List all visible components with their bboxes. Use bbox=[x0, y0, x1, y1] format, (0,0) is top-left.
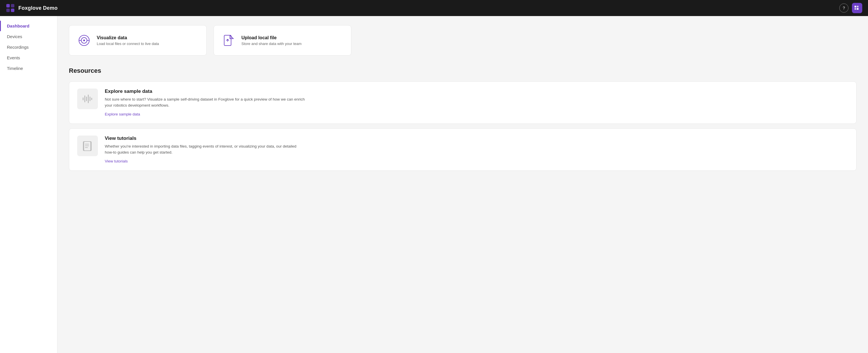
sidebar-item-timeline[interactable]: Timeline bbox=[0, 63, 57, 74]
tutorials-card: View tutorials Whether you're interested… bbox=[69, 128, 857, 171]
sample-data-desc: Not sure where to start? Visualize a sam… bbox=[105, 97, 306, 109]
sample-data-link[interactable]: Explore sample data bbox=[105, 112, 140, 116]
sidebar-item-label: Events bbox=[7, 55, 20, 60]
app-title: Foxglove Demo bbox=[19, 5, 58, 11]
svg-rect-20 bbox=[91, 98, 92, 100]
tutorials-link[interactable]: View tutorials bbox=[105, 159, 128, 163]
svg-rect-19 bbox=[90, 97, 90, 101]
app-header: Foxglove Demo ? bbox=[0, 0, 868, 16]
svg-rect-7 bbox=[857, 8, 859, 10]
tutorials-desc: Whether you're interested in importing d… bbox=[105, 144, 306, 155]
book-icon bbox=[77, 136, 98, 156]
sample-data-text: Explore sample data Not sure where to st… bbox=[105, 89, 306, 117]
header-left: Foxglove Demo bbox=[6, 3, 58, 12]
sidebar-item-events[interactable]: Events bbox=[0, 52, 57, 63]
upload-card-text: Upload local file Store and share data w… bbox=[241, 35, 302, 46]
sidebar-item-label: Dashboard bbox=[7, 24, 29, 28]
svg-rect-4 bbox=[855, 6, 856, 7]
sample-data-title: Explore sample data bbox=[105, 89, 306, 94]
visualize-card-title: Visualize data bbox=[97, 35, 159, 40]
visualize-card-desc: Load local files or connect to live data bbox=[97, 41, 159, 46]
avatar-button[interactable] bbox=[852, 3, 862, 13]
sidebar-item-devices[interactable]: Devices bbox=[0, 31, 57, 42]
svg-rect-1 bbox=[11, 4, 14, 7]
sidebar-item-label: Devices bbox=[7, 34, 22, 39]
svg-rect-17 bbox=[86, 97, 87, 101]
resources-title: Resources bbox=[69, 67, 857, 74]
sidebar-item-recordings[interactable]: Recordings bbox=[0, 42, 57, 52]
svg-rect-3 bbox=[11, 9, 14, 12]
svg-rect-18 bbox=[88, 95, 89, 103]
sidebar-item-label: Recordings bbox=[7, 45, 29, 49]
svg-point-10 bbox=[83, 40, 85, 41]
header-right: ? bbox=[839, 3, 862, 13]
tutorials-text: View tutorials Whether you're interested… bbox=[105, 136, 306, 164]
upload-file-card[interactable]: Upload local file Store and share data w… bbox=[214, 25, 351, 56]
sidebar-item-dashboard[interactable]: Dashboard bbox=[0, 21, 57, 31]
svg-rect-2 bbox=[6, 9, 10, 12]
svg-rect-0 bbox=[6, 4, 10, 7]
sample-data-card: Explore sample data Not sure where to st… bbox=[69, 81, 857, 124]
waveform-icon bbox=[77, 89, 98, 109]
help-button[interactable]: ? bbox=[839, 3, 848, 12]
upload-card-desc: Store and share data with your team bbox=[241, 41, 302, 46]
main-content: Visualize data Load local files or conne… bbox=[57, 16, 868, 353]
visualize-card-text: Visualize data Load local files or conne… bbox=[97, 35, 159, 46]
svg-rect-6 bbox=[855, 8, 856, 10]
action-cards-row: Visualize data Load local files or conne… bbox=[69, 25, 857, 56]
logo-icon bbox=[6, 3, 15, 12]
upload-icon bbox=[222, 34, 236, 47]
svg-rect-16 bbox=[84, 96, 85, 102]
sidebar: Dashboard Devices Recordings Events Time… bbox=[0, 16, 57, 353]
resource-cards-list: Explore sample data Not sure where to st… bbox=[69, 81, 857, 171]
sidebar-item-label: Timeline bbox=[7, 66, 23, 71]
svg-rect-15 bbox=[83, 97, 84, 100]
resources-section: Resources Ex bbox=[69, 67, 857, 171]
main-layout: Dashboard Devices Recordings Events Time… bbox=[0, 16, 868, 353]
visualize-icon bbox=[77, 34, 91, 47]
upload-card-title: Upload local file bbox=[241, 35, 302, 40]
tutorials-title: View tutorials bbox=[105, 136, 306, 141]
svg-rect-5 bbox=[857, 6, 859, 7]
visualize-data-card[interactable]: Visualize data Load local files or conne… bbox=[69, 25, 207, 56]
